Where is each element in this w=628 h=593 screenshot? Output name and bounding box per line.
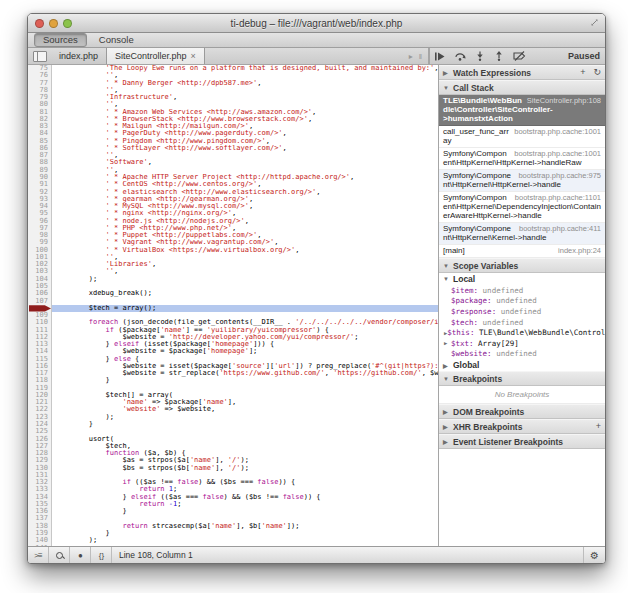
code-line[interactable]: 132 if (($as !== false) && ($bs === fals… [28, 479, 438, 486]
add-xhr-breakpoint-icon[interactable]: + [596, 422, 601, 431]
code-line[interactable]: 81 ' * Amazon Web Services <http://aws.a… [28, 109, 438, 116]
variable-row[interactable]: ▶$txt: Array[29] [439, 338, 605, 349]
code-line[interactable]: 125 [28, 428, 438, 435]
add-watch-icon[interactable]: + [580, 68, 585, 77]
code-line[interactable]: 76 '', [28, 72, 438, 79]
code-line[interactable]: 138 return strcasecmp($a['name'], $b['na… [28, 523, 438, 530]
file-tab-sitecontroller-php[interactable]: SiteController.php × [106, 48, 205, 64]
tab-overflow-right-icon[interactable]: ‖ [419, 52, 422, 61]
code-line[interactable]: 87 '', [28, 152, 438, 159]
code-line[interactable]: 105 [28, 283, 438, 290]
code-line[interactable]: 136 } [28, 508, 438, 515]
code-line[interactable]: 109 [28, 312, 438, 319]
code-line[interactable]: 92 ' * elasticsearch <http://www.elastic… [28, 189, 438, 196]
tab-console[interactable]: Console [91, 34, 142, 46]
event-listener-breakpoints-header[interactable]: ▶ Event Listener Breakpoints [439, 434, 605, 449]
code-line[interactable]: 112 $website = 'http://developer.yahoo.c… [28, 334, 438, 341]
code-line[interactable]: 107 [28, 298, 438, 305]
code-line[interactable]: 111 if ($package['name'] == 'yuilibrary/… [28, 327, 438, 334]
line-number[interactable]: 107 [28, 298, 52, 305]
code-line[interactable]: 106 xdebug_break(); [28, 290, 438, 297]
code-line[interactable]: 126 usort( [28, 436, 438, 443]
pretty-print-icon[interactable]: { } [91, 547, 112, 563]
refresh-watch-icon[interactable]: ↻ [593, 68, 601, 77]
console-toggle-icon[interactable]: >≡ [28, 547, 49, 563]
code-line[interactable]: 127 $tech, [28, 443, 438, 450]
code-line[interactable]: 116 $website = isset($package['source'][… [28, 363, 438, 370]
code-line[interactable]: 103 '', [28, 268, 438, 275]
code-line[interactable]: 119 [28, 385, 438, 392]
call-stack-frame[interactable]: bootstrap.php.cache:975Symfony\Component… [439, 170, 605, 192]
code-line[interactable]: 96 ' * node.js <http://nodejs.org/>', [28, 218, 438, 225]
variable-row[interactable]: $response: undefined [439, 306, 605, 317]
code-line[interactable]: 75 'The Loopy Ewe runs on a platform tha… [28, 65, 438, 72]
code-line[interactable]: 124 } [28, 421, 438, 428]
step-out-button[interactable] [494, 51, 504, 61]
code-line[interactable]: 95 ' * nginx <http://nginx.org/>', [28, 210, 438, 217]
code-line[interactable]: 104 ); [28, 276, 438, 283]
xhr-breakpoints-header[interactable]: ▶ XHR Breakpoints + [439, 419, 605, 434]
call-stack-header[interactable]: ▼ Call Stack [439, 80, 605, 95]
variable-row[interactable]: $item: undefined [439, 285, 605, 296]
resume-button[interactable] [434, 52, 445, 61]
code-line[interactable]: 82 ' * BrowserStack <http://www.browsers… [28, 116, 438, 123]
code-line[interactable]: 130 $bs = strpos($b['name'], '/'); [28, 465, 438, 472]
code-line[interactable]: 101 '', [28, 254, 438, 261]
code-line[interactable]: 139 } [28, 530, 438, 537]
code-line[interactable]: 93 ' * gearman <http://gearman.org/>', [28, 196, 438, 203]
code-line[interactable]: 120 $tech[] = array( [28, 392, 438, 399]
code-line[interactable]: 110 foreach (json_decode(file_get_conten… [28, 319, 438, 326]
code-line[interactable]: 135 return -1; [28, 501, 438, 508]
line-number[interactable]: 141 [28, 545, 52, 546]
call-stack-frame[interactable]: bootstrap.php.cache:1001Symfony\Componen… [439, 148, 605, 170]
disclosure-closed-icon[interactable]: ▶ [444, 340, 451, 346]
breakpoints-header[interactable]: ▼ Breakpoints [439, 371, 605, 386]
watch-expressions-header[interactable]: ▶ Watch Expressions + ↻ [439, 65, 605, 80]
code-line[interactable]: 117 $website = str_replace('https://www.… [28, 370, 438, 377]
gear-icon[interactable]: ⚙ [583, 547, 605, 563]
toggle-breakpoints-button[interactable] [513, 51, 526, 61]
code-line[interactable]: 100 ' * VirtualBox <https://www.virtualb… [28, 247, 438, 254]
code-line[interactable]: 91 ' * CentOS <http://www.centos.org/>', [28, 181, 438, 188]
code-line[interactable]: 85 ' * Pingdom <http://www.pingdom.com/>… [28, 138, 438, 145]
tab-sources[interactable]: Sources [34, 33, 87, 47]
navigator-sidebar-icon[interactable] [33, 51, 47, 62]
code-line[interactable]: 118 } [28, 377, 438, 384]
code-line[interactable]: 113 } elseif (isset($package['homepage']… [28, 341, 438, 348]
variable-row[interactable]: $website: undefined [439, 349, 605, 360]
code-line[interactable]: 102 'Libraries', [28, 261, 438, 268]
code-line[interactable]: 84 ' * PagerDuty <http://www.pagerduty.c… [28, 130, 438, 137]
call-stack-frame[interactable]: bootstrap.php.cache:1101Symfony\Componen… [439, 192, 605, 223]
close-tab-icon[interactable]: × [191, 51, 196, 61]
search-icon[interactable] [49, 547, 70, 563]
scope-global-row[interactable]: ▶ Global [439, 359, 605, 371]
code-line[interactable]: 98 ' * Puppet <http://puppetlabs.com/>', [28, 232, 438, 239]
tab-overflow-left-icon[interactable]: ▸ [409, 52, 413, 61]
code-line[interactable]: 129 $as = strpos($a['name'], '/'); [28, 457, 438, 464]
call-stack-frame[interactable]: bootstrap.php.cache:411Symfony\Component… [439, 223, 605, 245]
variable-row[interactable]: ▶$this: TLE\Bundle\WebBundle\Controller\ [439, 327, 605, 338]
dom-breakpoints-header[interactable]: ▶ DOM Breakpoints [439, 404, 605, 419]
call-stack-frame[interactable]: index.php:24[main] [439, 245, 605, 258]
code-line[interactable]: 123 ); [28, 414, 438, 421]
variable-row[interactable]: $package: undefined [439, 296, 605, 307]
code-line[interactable]: 134 } elseif (($as === false) && ($bs !=… [28, 494, 438, 501]
code-line[interactable]: 115 } else { [28, 356, 438, 363]
call-stack-frame[interactable]: bootstrap.php.cache:1001call_user_func_a… [439, 126, 605, 148]
call-stack-frame[interactable]: SiteController.php:108TLE\Bundle\WebBund… [439, 95, 605, 126]
code-line[interactable]: 121 'name' => $package['name'], [28, 399, 438, 406]
issues-icon[interactable]: ● [70, 547, 91, 563]
code-editor[interactable]: 75 'The Loopy Ewe runs on a platform tha… [28, 65, 438, 546]
code-line[interactable]: 90 ' * Apache HTTP Server Project <http:… [28, 174, 438, 181]
code-line[interactable]: 128 function ($a, $b) { [28, 450, 438, 457]
code-line[interactable]: 99 ' * Vagrant <http://www.vagrantup.com… [28, 239, 438, 246]
code-line[interactable]: $tech = array(); [28, 305, 438, 312]
scope-variables-header[interactable]: ▼ Scope Variables [439, 258, 605, 273]
scope-local-row[interactable]: ▼ Local [439, 273, 605, 285]
code-line[interactable]: 97 ' * PHP <http://www.php.net/>', [28, 225, 438, 232]
variable-row[interactable]: $tech: undefined [439, 317, 605, 328]
code-line[interactable]: 122 'website' => $website, [28, 406, 438, 413]
step-over-button[interactable] [454, 51, 466, 61]
code-line[interactable]: 80 '', [28, 101, 438, 108]
fullscreen-icon[interactable] [590, 18, 599, 27]
